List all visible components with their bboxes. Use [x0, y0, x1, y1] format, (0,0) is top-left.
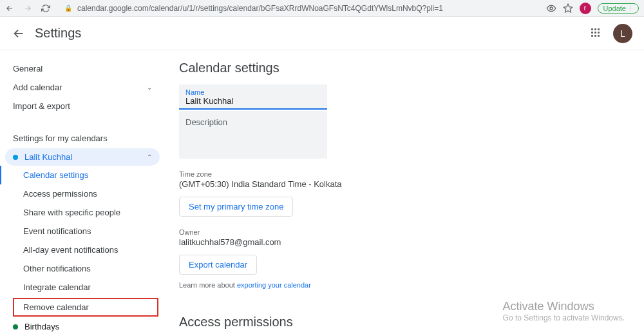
calendar-settings-title: Calendar settings [179, 61, 601, 75]
app-header: Settings L [0, 17, 644, 50]
settings-back-button[interactable] [12, 26, 26, 41]
account-avatar[interactable]: L [613, 24, 632, 43]
calendar-color-dot [13, 324, 18, 329]
name-label: Name [185, 88, 321, 96]
set-primary-timezone-button[interactable]: Set my primary time zone [179, 197, 293, 217]
svg-point-0 [550, 7, 553, 10]
timezone-value: (GMT+05:30) India Standard Time - Kolkat… [179, 179, 601, 189]
sidebar-sub-allday-notifications[interactable]: All-day event notifications [1, 241, 165, 259]
settings-sidebar: General Add calendar⌄ Import & export Se… [0, 50, 165, 334]
page-title: Settings [35, 26, 81, 41]
forward-icon [23, 4, 32, 13]
eye-icon[interactable] [546, 3, 556, 14]
sidebar-sub-integrate-calendar[interactable]: Integrate calendar [1, 278, 165, 297]
apps-icon[interactable] [591, 28, 601, 39]
address-bar[interactable]: 🔒 calendar.google.com/calendar/u/1/r/set… [58, 4, 538, 13]
chevron-up-icon: ⌃ [147, 153, 152, 161]
browser-profile-icon[interactable]: r [580, 3, 591, 14]
timezone-label: Time zone [179, 170, 601, 178]
chevron-down-icon: ⌄ [147, 84, 152, 91]
export-calendar-button[interactable]: Export calendar [179, 255, 257, 275]
sidebar-sub-other-notifications[interactable]: Other notifications [1, 259, 165, 278]
main-content: Calendar settings Name Description Time … [165, 50, 616, 334]
name-field[interactable]: Name [179, 84, 327, 110]
sidebar-sub-calendar-settings[interactable]: Calendar settings [0, 166, 165, 184]
browser-toolbar: 🔒 calendar.google.com/calendar/u/1/r/set… [0, 0, 644, 17]
learn-export-text: Learn more about exporting your calendar [179, 281, 601, 289]
calendar-color-dot [13, 155, 18, 160]
name-input[interactable] [185, 96, 321, 106]
sidebar-sub-share-specific[interactable]: Share with specific people [1, 203, 165, 222]
description-label: Description [185, 117, 227, 127]
sidebar-calendar-lalit[interactable]: Lalit Kuchhal ⌃ [5, 148, 160, 166]
lock-icon: 🔒 [64, 5, 72, 12]
sidebar-sub-access-permissions[interactable]: Access permissions [1, 184, 165, 203]
reload-icon[interactable] [41, 4, 50, 13]
my-calendars-heading: Settings for my calendars [0, 128, 165, 148]
sidebar-item-import-export[interactable]: Import & export [0, 97, 165, 115]
update-button[interactable]: Update⋮ [598, 3, 639, 14]
sidebar-item-add-calendar[interactable]: Add calendar⌄ [0, 78, 165, 97]
description-field[interactable]: Description [179, 111, 327, 159]
access-permissions-title: Access permissions [179, 315, 601, 329]
svg-marker-1 [564, 4, 572, 12]
url-text: calendar.google.com/calendar/u/1/r/setti… [77, 4, 443, 13]
star-icon[interactable] [563, 3, 573, 14]
sidebar-calendar-birthdays[interactable]: Birthdays [5, 318, 160, 334]
owner-label: Owner [179, 228, 601, 236]
sidebar-sub-remove-calendar[interactable]: Remove calendar [13, 298, 158, 317]
back-icon[interactable] [5, 4, 14, 13]
owner-value: lalitkuchhal578@gmail.com [179, 237, 601, 247]
sidebar-item-general[interactable]: General [0, 59, 165, 78]
learn-export-link[interactable]: exporting your calendar [237, 281, 311, 289]
sidebar-sub-event-notifications[interactable]: Event notifications [1, 222, 165, 241]
